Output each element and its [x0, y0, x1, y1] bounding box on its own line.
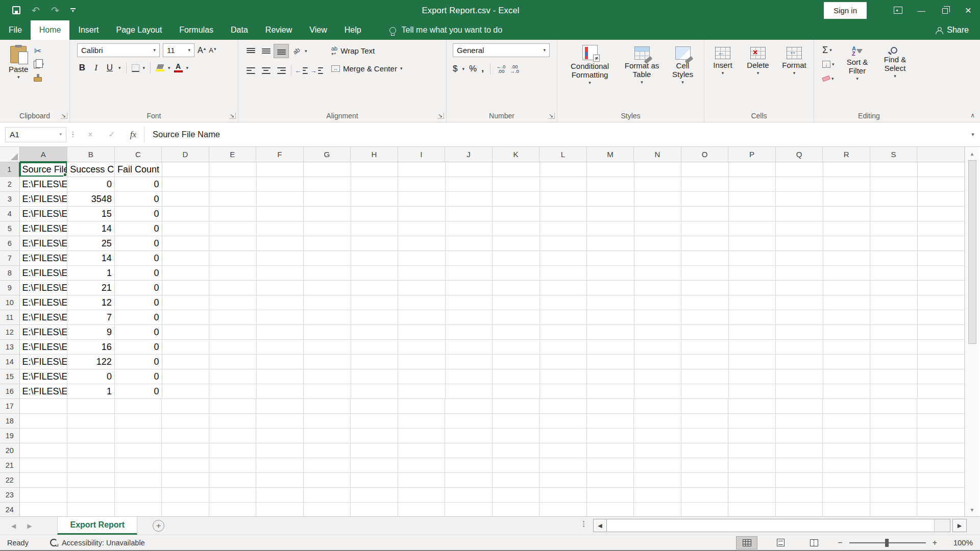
cell-P12[interactable] — [729, 325, 776, 340]
cell-K12[interactable] — [493, 325, 540, 340]
grow-font-button[interactable]: A▴ — [198, 46, 206, 55]
cell-C22[interactable] — [115, 473, 162, 488]
top-align-button[interactable] — [243, 44, 258, 58]
cell-P15[interactable] — [729, 369, 776, 384]
cell-F6[interactable] — [257, 236, 304, 251]
cell-Q9[interactable] — [776, 281, 823, 295]
scroll-left-button[interactable]: ◀ — [594, 519, 607, 532]
cell-B2[interactable]: 0 — [67, 177, 115, 192]
cell-C19[interactable] — [115, 429, 162, 443]
cell-G21[interactable] — [304, 458, 351, 473]
cell-T9[interactable] — [918, 281, 965, 295]
cell-S24[interactable] — [870, 503, 918, 516]
insert-function-button[interactable]: fx — [122, 127, 144, 142]
column-header-M[interactable]: M — [587, 147, 634, 162]
redo-button[interactable]: ↷ — [51, 6, 59, 15]
cell-G4[interactable] — [304, 207, 351, 221]
cell-H8[interactable] — [351, 266, 399, 281]
cell-R23[interactable] — [823, 488, 870, 503]
column-header-P[interactable]: P — [728, 147, 776, 162]
row-header-12[interactable]: 12 — [0, 325, 20, 340]
cell-O1[interactable] — [681, 162, 729, 177]
cell-D22[interactable] — [162, 473, 209, 488]
font-color-button[interactable]: A — [174, 63, 183, 72]
fill-color-dropdown[interactable]: ▾ — [168, 66, 170, 70]
cell-D23[interactable] — [162, 488, 209, 503]
cell-D14[interactable] — [162, 355, 210, 369]
cell-R20[interactable] — [823, 443, 870, 458]
cell-K7[interactable] — [493, 251, 540, 266]
cell-J12[interactable] — [446, 325, 493, 340]
cell-J14[interactable] — [446, 355, 493, 369]
delete-cells-button[interactable]: × Delete ▾ — [741, 42, 775, 103]
cell-K18[interactable] — [493, 414, 540, 429]
sheet-tab-export-report[interactable]: Export Report — [57, 517, 137, 535]
column-header-K[interactable]: K — [493, 147, 540, 162]
cell-G14[interactable] — [304, 355, 351, 369]
cell-B13[interactable]: 16 — [67, 340, 115, 355]
cell-M13[interactable] — [587, 340, 634, 355]
increase-decimal-button[interactable]: ←.0.00 — [497, 64, 505, 73]
conditional-formatting-button[interactable]: Conditional Formatting ▾ — [562, 42, 618, 103]
scroll-up-button[interactable]: ▲ — [965, 147, 979, 160]
cell-H5[interactable] — [351, 221, 399, 236]
cell-H15[interactable] — [351, 369, 399, 384]
cell-R7[interactable] — [823, 251, 871, 266]
row-header-13[interactable]: 13 — [0, 340, 20, 355]
column-header-partial[interactable] — [917, 147, 965, 162]
cell-G1[interactable] — [304, 162, 351, 177]
cell-Q17[interactable] — [776, 399, 823, 414]
cell-C4[interactable]: 0 — [115, 207, 162, 221]
cell-G9[interactable] — [304, 281, 351, 295]
cell-J22[interactable] — [445, 473, 493, 488]
cell-P23[interactable] — [728, 488, 776, 503]
cell-A14[interactable]: E:\FILES\E — [20, 355, 68, 369]
orientation-dropdown[interactable]: ▾ — [305, 49, 307, 54]
cell-B19[interactable] — [67, 429, 115, 443]
cell-F20[interactable] — [256, 443, 304, 458]
cell-M7[interactable] — [587, 251, 634, 266]
cell-B21[interactable] — [67, 458, 115, 473]
expand-formula-bar-button[interactable]: ▾ — [966, 131, 980, 138]
row-header-22[interactable]: 22 — [0, 473, 20, 488]
cell-I14[interactable] — [398, 355, 446, 369]
cell-K13[interactable] — [493, 340, 540, 355]
cell-R16[interactable] — [823, 384, 871, 399]
cell-R24[interactable] — [823, 503, 870, 516]
cell-R2[interactable] — [823, 177, 871, 192]
cell-F5[interactable] — [257, 221, 304, 236]
cell-Q13[interactable] — [776, 340, 823, 355]
cancel-button[interactable]: × — [80, 127, 101, 142]
cell-F9[interactable] — [257, 281, 304, 295]
tab-data[interactable]: Data — [222, 20, 257, 40]
accounting-dropdown[interactable]: ▾ — [462, 67, 464, 71]
cell-N3[interactable] — [634, 192, 682, 207]
row-header-20[interactable]: 20 — [0, 443, 20, 458]
cell-M15[interactable] — [587, 369, 634, 384]
alignment-dialog-launcher[interactable]: ↘ — [437, 113, 444, 119]
cell-H2[interactable] — [351, 177, 399, 192]
tab-view[interactable]: View — [301, 20, 335, 40]
tab-insert[interactable]: Insert — [69, 20, 107, 40]
cell-I17[interactable] — [398, 399, 446, 414]
cell-E19[interactable] — [209, 429, 257, 443]
cell-E23[interactable] — [209, 488, 257, 503]
row-header-24[interactable]: 24 — [0, 503, 20, 516]
bold-button[interactable]: B — [77, 63, 87, 73]
cell-J11[interactable] — [446, 310, 493, 325]
cell-N8[interactable] — [634, 266, 682, 281]
cell-R21[interactable] — [823, 458, 870, 473]
cell-A12[interactable]: E:\FILES\E — [20, 325, 68, 340]
borders-button[interactable] — [132, 64, 139, 72]
cell-R13[interactable] — [823, 340, 871, 355]
cell-H11[interactable] — [351, 310, 399, 325]
align-left-button[interactable] — [243, 64, 258, 77]
cell-C21[interactable] — [115, 458, 162, 473]
cell-L4[interactable] — [540, 207, 587, 221]
align-right-button[interactable] — [274, 64, 288, 77]
cell-C14[interactable]: 0 — [115, 355, 162, 369]
cell-M24[interactable] — [587, 503, 634, 516]
cell-A20[interactable] — [20, 443, 67, 458]
cell-C23[interactable] — [115, 488, 162, 503]
new-sheet-button[interactable]: + — [153, 520, 164, 532]
